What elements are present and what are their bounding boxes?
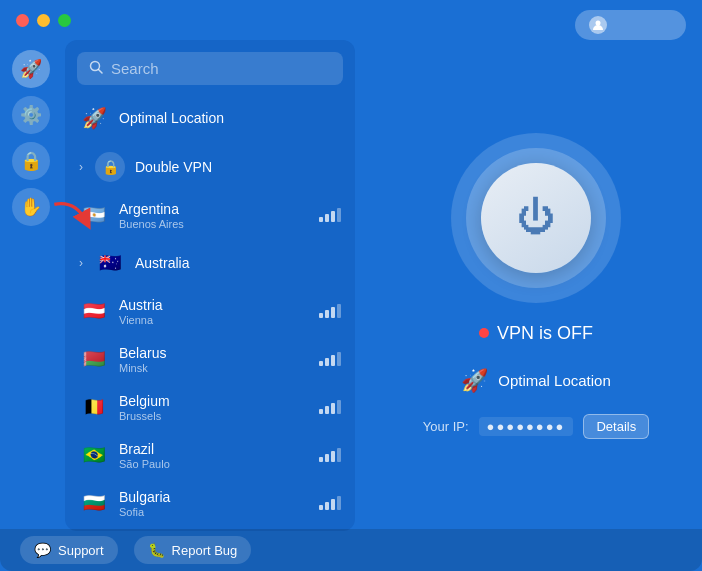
- server-item-belgium[interactable]: 🇧🇪 Belgium Brussels: [65, 383, 355, 431]
- ip-value: ●●●●●●●●: [479, 417, 574, 436]
- search-icon: [89, 60, 103, 77]
- minimize-button[interactable]: [37, 14, 50, 27]
- argentina-name: Argentina: [119, 201, 309, 217]
- australia-info: Australia: [135, 255, 341, 271]
- power-button[interactable]: ⏻: [481, 163, 591, 273]
- server-item-bulgaria[interactable]: 🇧🇬 Bulgaria Sofia: [65, 479, 355, 527]
- belgium-info: Belgium Brussels: [119, 393, 309, 422]
- power-ring: ⏻: [466, 148, 606, 288]
- server-item-austria[interactable]: 🇦🇹 Austria Vienna: [65, 287, 355, 335]
- signal-bars-bulgaria: [319, 496, 341, 510]
- server-item-optimal[interactable]: 🚀 Optimal Location: [65, 93, 355, 143]
- optimal-icon: 🚀: [79, 103, 109, 133]
- chevron-icon-au: ›: [79, 256, 83, 270]
- bulgaria-info: Bulgaria Sofia: [119, 489, 309, 518]
- double-vpn-icon: 🔒: [95, 152, 125, 182]
- signal-bars-austria: [319, 304, 341, 318]
- bug-icon: 🐛: [148, 542, 165, 558]
- australia-flag: 🇦🇺: [95, 248, 125, 278]
- support-icon: 💬: [34, 542, 51, 558]
- server-item-argentina[interactable]: 🇦🇷 Argentina Buenos Aires: [65, 191, 355, 239]
- brazil-city: São Paulo: [119, 458, 309, 470]
- server-item-brazil[interactable]: 🇧🇷 Brazil São Paulo: [65, 431, 355, 479]
- belgium-flag: 🇧🇪: [79, 392, 109, 422]
- belarus-city: Minsk: [119, 362, 309, 374]
- austria-info: Austria Vienna: [119, 297, 309, 326]
- ip-row: Your IP: ●●●●●●●● Details: [423, 414, 649, 439]
- details-button[interactable]: Details: [583, 414, 649, 439]
- title-bar: [16, 14, 71, 27]
- search-bar: [77, 52, 343, 85]
- search-input[interactable]: [111, 60, 331, 77]
- brazil-flag: 🇧🇷: [79, 440, 109, 470]
- server-item-double-vpn[interactable]: › 🔒 Double VPN: [65, 143, 355, 191]
- australia-name: Australia: [135, 255, 341, 271]
- argentina-city: Buenos Aires: [119, 218, 309, 230]
- maximize-button[interactable]: [58, 14, 71, 27]
- austria-city: Vienna: [119, 314, 309, 326]
- argentina-info: Argentina Buenos Aires: [119, 201, 309, 230]
- belgium-city: Brussels: [119, 410, 309, 422]
- close-button[interactable]: [16, 14, 29, 27]
- belarus-name: Belarus: [119, 345, 309, 361]
- sidebar-icon-lock[interactable]: 🔒: [12, 142, 50, 180]
- belgium-name: Belgium: [119, 393, 309, 409]
- power-container: ⏻: [451, 133, 621, 303]
- server-panel: 🚀 Optimal Location › 🔒 Double VPN 🇦🇷 Arg…: [65, 40, 355, 531]
- bulgaria-city: Sofia: [119, 506, 309, 518]
- server-item-belarus[interactable]: 🇧🇾 Belarus Minsk: [65, 335, 355, 383]
- support-button[interactable]: 💬 Support: [20, 536, 118, 564]
- server-list: 🚀 Optimal Location › 🔒 Double VPN 🇦🇷 Arg…: [65, 93, 355, 531]
- brazil-info: Brazil São Paulo: [119, 441, 309, 470]
- belarus-flag: 🇧🇾: [79, 344, 109, 374]
- optimal-rocket-icon: 🚀: [461, 368, 488, 394]
- vpn-status-dot: [479, 328, 489, 338]
- vpn-status-text: VPN is OFF: [497, 323, 593, 344]
- brazil-name: Brazil: [119, 441, 309, 457]
- optimal-name: Optimal Location: [119, 110, 341, 126]
- support-label: Support: [58, 543, 104, 558]
- belarus-info: Belarus Minsk: [119, 345, 309, 374]
- signal-bars-argentina: [319, 208, 341, 222]
- signal-bars-belarus: [319, 352, 341, 366]
- optimal-info: Optimal Location: [119, 110, 341, 126]
- right-panel: ⏻ VPN is OFF 🚀 Optimal Location Your IP:…: [370, 0, 702, 571]
- double-vpn-info: Double VPN: [135, 159, 341, 175]
- report-bug-label: Report Bug: [172, 543, 238, 558]
- arrow-indicator: [46, 196, 96, 250]
- optimal-location-row: 🚀 Optimal Location: [461, 368, 611, 394]
- bulgaria-flag: 🇧🇬: [79, 488, 109, 518]
- server-item-australia[interactable]: › 🇦🇺 Australia: [65, 239, 355, 287]
- signal-bars-brazil: [319, 448, 341, 462]
- power-symbol-icon: ⏻: [517, 196, 555, 239]
- bottom-bar: 💬 Support 🐛 Report Bug: [0, 529, 702, 571]
- svg-line-2: [99, 70, 103, 74]
- optimal-location-label: Optimal Location: [498, 372, 611, 389]
- report-bug-button[interactable]: 🐛 Report Bug: [134, 536, 252, 564]
- sidebar: 🚀 ⚙️ 🔒 ✋: [0, 0, 62, 571]
- bulgaria-name: Bulgaria: [119, 489, 309, 505]
- sidebar-icon-servers[interactable]: 🚀: [12, 50, 50, 88]
- double-vpn-name: Double VPN: [135, 159, 341, 175]
- chevron-icon: ›: [79, 160, 83, 174]
- vpn-status-row: VPN is OFF: [479, 323, 593, 344]
- sidebar-icon-settings[interactable]: ⚙️: [12, 96, 50, 134]
- austria-flag: 🇦🇹: [79, 296, 109, 326]
- sidebar-icon-privacy[interactable]: ✋: [12, 188, 50, 226]
- signal-bars-belgium: [319, 400, 341, 414]
- ip-label: Your IP:: [423, 419, 469, 434]
- austria-name: Austria: [119, 297, 309, 313]
